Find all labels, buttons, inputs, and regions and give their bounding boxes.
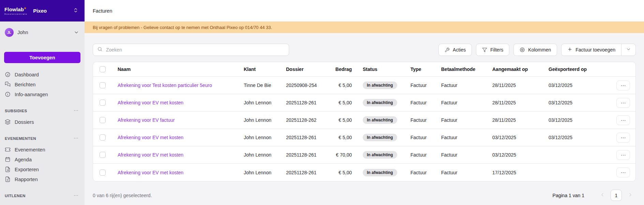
chevron-left-icon (600, 192, 605, 199)
cell-dossier: 20251128-261 (281, 152, 325, 158)
table-body: Afrekening voor Test kosten particulier … (93, 77, 635, 181)
row-ellipsis-icon: ⋯ (621, 170, 626, 175)
page-1-button[interactable]: 1 (611, 190, 622, 201)
cell-type: Factuur (405, 170, 436, 175)
sidebar-item-info-aanvragen[interactable]: Info-aanvragen (0, 89, 85, 99)
sidebar-sections: SUBSIDIESDossiersEVENEMENTENEvenementenA… (0, 99, 85, 202)
add-invoice-dropdown-button[interactable] (621, 44, 635, 56)
row-checkbox[interactable] (100, 170, 106, 176)
cell-betaalmethode: Factuur (436, 152, 487, 158)
sidebar-item-berichten[interactable]: Berichten (0, 79, 85, 89)
cell-status: In afwachting (357, 82, 405, 89)
cell-klant: John Lennon (238, 152, 281, 158)
sidebar-item-evenementen[interactable]: Evenementen (0, 145, 85, 155)
invoice-link[interactable]: Afrekening voor EV met kosten (118, 135, 183, 140)
row-ellipsis-icon: ⋯ (621, 135, 626, 140)
cell-naam: Afrekening voor EV met kosten (112, 100, 238, 105)
sidebar-section-subsidies: SUBSIDIESDossiers (0, 107, 85, 127)
invoice-link[interactable]: Afrekening voor EV factuur (118, 117, 175, 123)
row-actions-button[interactable]: ⋯ (616, 150, 630, 160)
sidebar: Flowlab Dossiercentrale Pixeo JL John To… (0, 0, 85, 205)
sidebar-item-exporteren[interactable]: Exporteren (0, 164, 85, 174)
table-header-row: NaamKlantDossierBedragStatusTypeBetaalme… (93, 62, 635, 77)
next-page-button[interactable] (625, 190, 636, 201)
select-all-checkbox[interactable] (100, 66, 106, 72)
ellipsis-icon (73, 135, 79, 142)
add-invoice-button[interactable]: Factuur toevoegen (561, 44, 621, 56)
section-menu-button[interactable] (73, 193, 79, 199)
row-checkbox[interactable] (100, 134, 106, 141)
ellipsis-icon (73, 193, 79, 199)
cell-aangemaakt_op: 17/12/2025 (487, 170, 543, 175)
previous-page-button[interactable] (597, 190, 608, 201)
cell-status: In afwachting (357, 134, 405, 141)
cell-status: In afwachting (357, 169, 405, 176)
cell-naam: Afrekening voor Test kosten particulier … (112, 83, 238, 88)
status-badge: In afwachting (363, 99, 397, 106)
row-checkbox[interactable] (100, 100, 106, 106)
column-header-klant: Klant (238, 67, 281, 72)
status-badge: In afwachting (363, 134, 397, 141)
page-title: Facturen (93, 8, 112, 14)
row-checkbox[interactable] (100, 82, 106, 88)
cell-type: Factuur (405, 135, 436, 140)
cell-status: In afwachting (357, 99, 405, 106)
section-menu-button[interactable] (73, 108, 79, 114)
invoice-link[interactable]: Afrekening voor EV met kosten (118, 152, 183, 158)
row-actions-button[interactable]: ⋯ (616, 115, 630, 125)
row-actions-button[interactable]: ⋯ (616, 98, 630, 108)
page-info: Pagina 1 van 1 (553, 193, 584, 198)
invoice-link[interactable]: Afrekening voor EV met kosten (118, 170, 183, 175)
column-header-aangemaakt_op: Aangemaakt op (487, 67, 543, 72)
sidebar-header: Flowlab Dossiercentrale Pixeo (0, 0, 85, 21)
cell-bedrag: € 5,00 (325, 117, 357, 123)
workspace-switcher-button[interactable] (72, 7, 79, 15)
table-row: Afrekening voor EV met kostenJohn Lennon… (93, 129, 635, 146)
flowlab-logo: Flowlab Dossiercentrale (4, 6, 27, 15)
row-actions-button[interactable]: ⋯ (616, 80, 630, 90)
user-menu[interactable]: JL John (0, 21, 85, 37)
sidebar-item-label: Evenementen (15, 147, 45, 152)
column-header-status: Status (357, 67, 405, 72)
avatar: JL (5, 28, 14, 37)
plus-icon (567, 47, 572, 53)
invoice-link[interactable]: Afrekening voor EV met kosten (118, 100, 183, 105)
cell-bedrag: € 5,00 (325, 100, 357, 105)
sidebar-item-dossiers[interactable]: Dossiers (0, 117, 85, 127)
column-header-bedrag: Bedrag (325, 67, 357, 72)
row-checkbox[interactable] (100, 117, 106, 123)
cell-status: In afwachting (357, 116, 405, 124)
sidebar-item-agenda[interactable]: Agenda (0, 155, 85, 164)
sidebar-section-evenementen: EVENEMENTENEvenementenAgendaExporterenRa… (0, 135, 85, 184)
status-badge: In afwachting (363, 169, 397, 176)
cell-geexporteerd_op: 03/12/2025 (543, 135, 599, 140)
search-input[interactable] (106, 47, 285, 53)
banner-text: Bij vragen of problemen - Gelieve contac… (93, 25, 272, 30)
row-actions-button[interactable]: ⋯ (616, 167, 630, 177)
export-icon (5, 166, 11, 172)
column-header-naam: Naam (112, 67, 238, 72)
row-actions-button[interactable]: ⋯ (616, 133, 630, 143)
cell-klant: John Lennon (238, 100, 281, 105)
invoice-link[interactable]: Afrekening voor Test kosten particulier … (118, 83, 212, 88)
add-button[interactable]: Toevoegen (4, 52, 80, 63)
cell-naam: Afrekening voor EV factuur (112, 117, 238, 123)
row-checkbox[interactable] (100, 152, 106, 158)
table-footer: 0 van 6 rij(en) geselecteerd. Pagina 1 v… (93, 190, 636, 201)
columns-button[interactable]: Kolommen (513, 44, 557, 56)
cell-klant: John Lennon (238, 117, 281, 123)
filters-button[interactable]: Filters (476, 44, 509, 56)
table-row: Afrekening voor EV met kostenJohn Lennon… (93, 164, 635, 181)
cell-type: Factuur (405, 83, 436, 88)
actions-button[interactable]: Acties (438, 44, 472, 56)
row-ellipsis-icon: ⋯ (621, 100, 626, 105)
sidebar-item-dashboard[interactable]: Dashboard (0, 70, 85, 79)
sidebar-item-rapporten[interactable]: Rapporten (0, 174, 85, 184)
cell-klant: John Lennon (238, 170, 281, 175)
cell-betaalmethode: Factuur (436, 83, 487, 88)
search-box (93, 44, 289, 56)
brand-name: Flowlab (4, 6, 24, 12)
cell-klant: Tinne De Bie (238, 83, 281, 88)
section-menu-button[interactable] (73, 135, 79, 142)
cell-type: Factuur (405, 100, 436, 105)
